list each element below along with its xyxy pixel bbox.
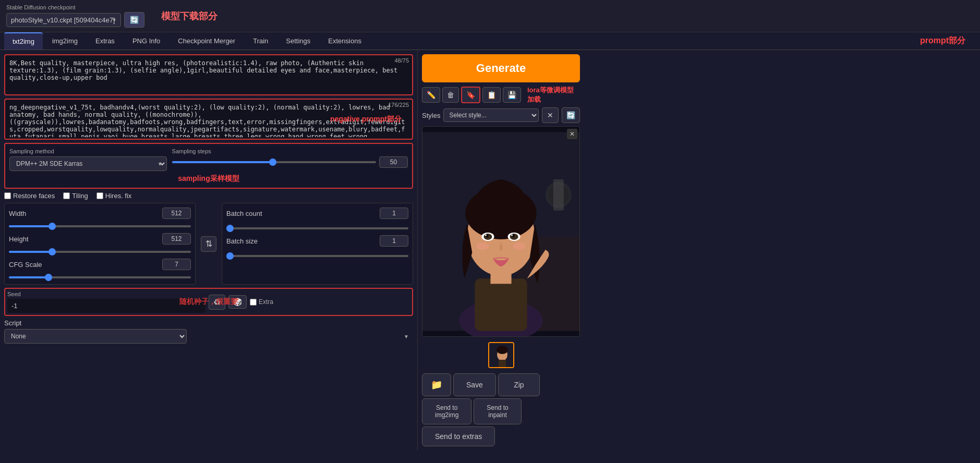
hires-fix-input[interactable]	[96, 192, 103, 199]
image-display: ✕	[422, 126, 580, 337]
negative-prompt-area: 176/225 negative prompt部分	[4, 99, 413, 140]
positive-prompt-area: 48/75	[4, 54, 413, 95]
styles-label: Styles	[422, 112, 440, 119]
disk-save-button[interactable]: 💾	[503, 87, 521, 103]
negative-token-count: 176/225	[388, 102, 409, 108]
svg-rect-19	[553, 179, 564, 211]
batch-size-slider[interactable]	[226, 255, 408, 257]
cfg-scale-label: CFG Scale	[9, 261, 42, 269]
restore-faces-input[interactable]	[4, 192, 11, 199]
negative-prompt-input[interactable]	[5, 100, 412, 137]
svg-point-15	[476, 242, 489, 250]
tab-train[interactable]: Train	[245, 33, 276, 49]
batch-count-label: Batch count	[226, 210, 262, 217]
height-input[interactable]	[162, 233, 191, 245]
extra-seed-checkbox[interactable]: Extra	[250, 298, 273, 306]
checkboxes-row: Restore faces Tiling Hires. fix	[4, 192, 413, 200]
recycle-seed-button[interactable]: ♻	[209, 295, 225, 310]
styles-select[interactable]: Select style...	[443, 108, 539, 122]
sampling-method-select[interactable]: DPM++ 2M SDE Karras Euler Euler a DDIM	[9, 156, 167, 171]
right-toolbar: ✏️ 🗑 🔖 📋 💾 lora等微调模型加载	[422, 86, 580, 104]
action-buttons: 📁 Save Zip Send to img2img Send to inpai…	[422, 373, 580, 446]
zip-button[interactable]: Zip	[498, 373, 540, 396]
height-slider[interactable]	[9, 251, 191, 253]
tab-extensions[interactable]: Extensions	[320, 33, 370, 49]
thumbnail-item[interactable]	[488, 342, 514, 368]
sampling-steps-slider[interactable]	[172, 161, 376, 163]
cfg-scale-slider[interactable]	[9, 276, 191, 278]
svg-point-13	[485, 235, 487, 236]
generate-button[interactable]: Generate	[422, 54, 580, 82]
send-to-img2img-button[interactable]: Send to img2img	[422, 398, 471, 424]
extra-seed-input[interactable]	[250, 299, 257, 306]
styles-row: Styles Select style... ✕ 🔄	[422, 107, 580, 123]
hires-fix-checkbox[interactable]: Hires. fix	[96, 192, 132, 200]
top-bar: Stable Diffusion checkpoint photoStyle_v…	[0, 0, 980, 32]
trash-button[interactable]: 🗑	[442, 87, 459, 103]
swap-dimensions-button[interactable]: ⇅	[201, 236, 216, 252]
width-slider[interactable]	[9, 225, 191, 227]
width-label: Width	[9, 210, 26, 217]
left-panel: 48/75 176/225 negative prompt部分 Sampling…	[0, 50, 417, 450]
batch-size-label: Batch size	[226, 237, 258, 245]
script-select[interactable]: None X/Y/Z plot Prompt matrix	[4, 329, 187, 344]
prompt-annotation: prompt部分	[920, 35, 965, 46]
checkpoint-refresh-button[interactable]: 🔄	[124, 12, 144, 28]
script-section: Script None X/Y/Z plot Prompt matrix	[4, 319, 413, 344]
hires-fix-label: Hires. fix	[105, 192, 132, 200]
svg-point-14	[511, 235, 513, 236]
svg-rect-3	[475, 278, 527, 331]
model-annotation: 模型下载部分	[161, 10, 217, 22]
dimensions-section: Width Height CFG Scale ⇅	[4, 203, 413, 285]
positive-prompt-input[interactable]	[5, 55, 412, 93]
tiling-input[interactable]	[63, 192, 70, 199]
seed-input[interactable]	[7, 299, 205, 313]
checkpoint-label: Stable Diffusion checkpoint	[6, 4, 144, 10]
script-label: Script	[4, 319, 413, 327]
sampling-method-label: Sampling method	[9, 148, 167, 154]
generated-image	[422, 127, 579, 336]
styles-x-button[interactable]: ✕	[542, 107, 559, 123]
tab-img2img[interactable]: img2img	[44, 33, 86, 49]
tiling-label: Tiling	[72, 192, 88, 200]
tab-txt2img[interactable]: txt2img	[4, 32, 43, 50]
extra-seed-label: Extra	[259, 298, 273, 306]
width-input[interactable]	[162, 208, 191, 219]
right-panel: Generate ✏️ 🗑 🔖 📋 💾 lora等微调模型加载 Styles S…	[417, 50, 584, 450]
tab-pnginfo[interactable]: PNG Info	[124, 33, 168, 49]
tab-extras[interactable]: Extras	[87, 33, 123, 49]
styles-refresh-button[interactable]: 🔄	[562, 107, 580, 123]
open-folder-button[interactable]: 📁	[422, 373, 451, 396]
lora-annotation: lora等微调模型加载	[527, 86, 574, 104]
svg-point-6	[465, 187, 536, 239]
edit-button[interactable]: ✏️	[422, 87, 440, 103]
restore-faces-label: Restore faces	[13, 192, 55, 200]
random-seed-button[interactable]: 🎲	[228, 295, 247, 309]
batch-count-slider[interactable]	[226, 227, 408, 229]
thumbnail-row	[422, 340, 580, 370]
height-label: Height	[9, 235, 29, 243]
sampling-annotation: sampling采样模型	[178, 174, 239, 182]
cfg-scale-input[interactable]	[162, 259, 191, 270]
tab-settings[interactable]: Settings	[277, 33, 319, 49]
seed-section: Seed 随机种子，很重要 ♻ 🎲 Extra	[4, 288, 413, 316]
close-image-button[interactable]: ✕	[567, 129, 577, 139]
send-to-extras-button[interactable]: Send to extras	[422, 427, 495, 446]
checkpoint-select[interactable]: photoStyle_v10.ckpt [509404c4e7]	[6, 13, 121, 27]
restore-faces-checkbox[interactable]: Restore faces	[4, 192, 55, 200]
sampling-steps-input[interactable]	[379, 156, 408, 168]
bookmark-button[interactable]: 🔖	[461, 87, 480, 103]
svg-point-16	[513, 242, 526, 250]
nav-tabs: txt2img img2img Extras PNG Info Checkpoi…	[0, 32, 980, 50]
send-to-inpaint-button[interactable]: Send to inpaint	[474, 398, 521, 424]
clipboard-button[interactable]: 📋	[482, 87, 501, 103]
tab-checkpointmerger[interactable]: Checkpoint Merger	[170, 33, 244, 49]
seed-label: Seed	[7, 291, 205, 297]
batch-count-input[interactable]	[380, 208, 408, 219]
batch-size-input[interactable]	[380, 235, 408, 247]
svg-rect-23	[499, 360, 506, 368]
tiling-checkbox[interactable]: Tiling	[63, 192, 88, 200]
save-button[interactable]: Save	[453, 373, 496, 396]
token-count: 48/75	[394, 57, 409, 64]
sampling-steps-label: Sampling steps	[172, 148, 408, 154]
